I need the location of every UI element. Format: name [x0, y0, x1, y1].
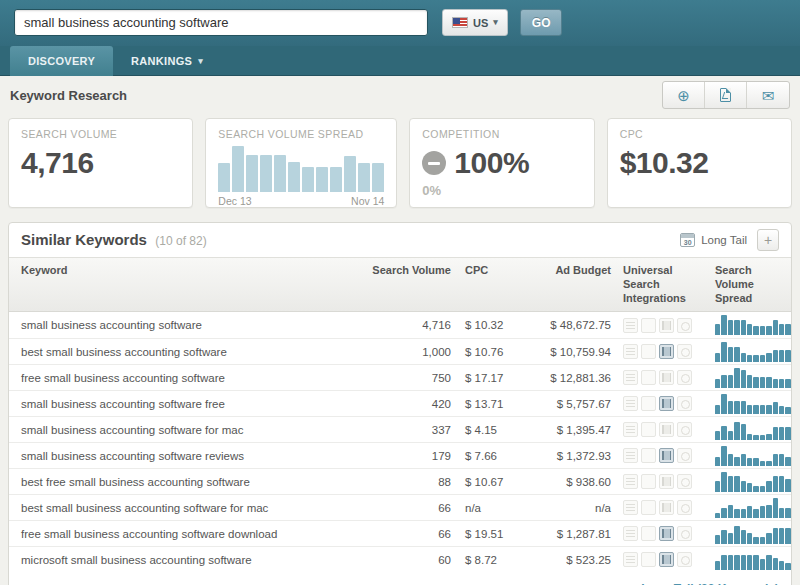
page-title: Keyword Research [10, 88, 127, 103]
keyword-cell[interactable]: microsoft small business accounting soft… [9, 554, 361, 566]
bar [288, 162, 300, 192]
spark-chart [715, 368, 791, 388]
search-volume-cell: 179 [361, 450, 451, 462]
bar [773, 454, 778, 466]
shopping-icon [677, 370, 692, 385]
bar [741, 481, 746, 492]
bar [766, 461, 771, 466]
bar [728, 375, 733, 388]
table-row[interactable]: best small business accounting software … [9, 338, 791, 364]
search-volume-cell: 66 [361, 502, 451, 514]
bar [734, 320, 739, 336]
spark-chart [715, 446, 791, 466]
table-row[interactable]: best small business accounting software … [9, 494, 791, 520]
bar [715, 405, 720, 413]
table-row[interactable]: best free small business accounting soft… [9, 468, 791, 494]
bar [741, 555, 746, 569]
keyword-cell[interactable]: best free small business accounting soft… [9, 476, 361, 488]
column-header-cpc[interactable]: CPC [451, 264, 525, 305]
bar [274, 155, 286, 192]
video-icon [659, 500, 674, 515]
tab-label: RANKINGS [131, 55, 192, 67]
bar [753, 458, 758, 466]
table-row[interactable]: free small business accounting software … [9, 520, 791, 546]
bar [734, 401, 739, 413]
spread-cell [707, 446, 791, 466]
pdf-icon [720, 88, 731, 102]
news-icon [623, 474, 638, 489]
bar [246, 155, 258, 192]
spread-cell [707, 550, 791, 570]
bar [741, 353, 746, 361]
add-keywords-button[interactable]: + [757, 229, 779, 251]
caret-down-icon: ▾ [493, 18, 498, 27]
bar [779, 324, 784, 336]
card-label: COMPETITION [422, 128, 581, 140]
bar [721, 394, 726, 414]
column-header-keyword[interactable]: Keyword [9, 264, 361, 305]
search-volume-cell: 60 [361, 554, 451, 566]
bar [773, 379, 778, 387]
bar [785, 457, 790, 466]
bar [741, 370, 746, 388]
keyword-search-input[interactable] [14, 9, 428, 36]
bar [747, 483, 752, 491]
keyword-cell[interactable]: small business accounting software [9, 319, 361, 331]
bar [728, 431, 733, 440]
email-button[interactable]: ✉ [747, 82, 789, 108]
bar [760, 435, 765, 440]
bar [721, 342, 726, 362]
column-header-search-volume[interactable]: Search Volume [361, 264, 451, 305]
bar [760, 377, 765, 388]
table-row[interactable]: small business accounting software for m… [9, 416, 791, 442]
table-row[interactable]: small business accounting software 4,716… [9, 312, 791, 338]
go-button[interactable]: GO [520, 9, 563, 36]
bar [766, 481, 771, 492]
search-volume-value: 4,716 [21, 146, 180, 180]
keyword-cell[interactable]: free small business accounting software … [9, 528, 361, 540]
bar [779, 561, 784, 569]
cpc-cell: $ 10.67 [451, 476, 525, 488]
news-icon [623, 370, 638, 385]
news-icon [623, 318, 638, 333]
keyword-cell[interactable]: best small business accounting software [9, 346, 361, 358]
images-icon [641, 552, 656, 567]
country-selector[interactable]: US ▾ [442, 9, 508, 36]
bar [721, 530, 726, 544]
tab-discovery[interactable]: DISCOVERY [10, 46, 113, 76]
shopping-icon [677, 344, 692, 359]
universal-search-cell [611, 552, 707, 567]
universal-search-cell [611, 396, 707, 411]
video-icon [659, 370, 674, 385]
card-label: CPC [620, 128, 779, 140]
export-pdf-button[interactable] [705, 82, 747, 108]
table-row[interactable]: microsoft small business accounting soft… [9, 546, 791, 572]
long-tail-toggle[interactable]: 30 Long Tail [680, 233, 747, 247]
bar [760, 461, 765, 466]
column-header-spread[interactable]: Search Volume Spread [707, 264, 791, 305]
bar [715, 513, 720, 518]
bar [760, 326, 765, 335]
cpc-cell: $ 13.71 [451, 398, 525, 410]
column-header-ad-budget[interactable]: Ad Budget [525, 264, 611, 305]
bar [715, 324, 720, 335]
keyword-cell[interactable]: small business accounting software revie… [9, 450, 361, 462]
column-header-universal-search[interactable]: Universal Search Integrations [611, 264, 707, 305]
bar [785, 528, 790, 544]
tab-rankings[interactable]: RANKINGS ▾ [113, 46, 221, 76]
add-button[interactable]: ⊕ [663, 82, 705, 108]
page-header: Keyword Research ⊕ ✉ [0, 76, 800, 114]
table-row[interactable]: free small business accounting software … [9, 364, 791, 390]
keyword-cell[interactable]: small business accounting software for m… [9, 424, 361, 436]
bar [747, 555, 752, 569]
keyword-cell[interactable]: free small business accounting software [9, 372, 361, 384]
keyword-cell[interactable]: best small business accounting software … [9, 502, 361, 514]
table-row[interactable]: small business accounting software free … [9, 390, 791, 416]
bar [728, 454, 733, 466]
images-icon [641, 370, 656, 385]
table-row[interactable]: small business accounting software revie… [9, 442, 791, 468]
keyword-cell[interactable]: small business accounting software free [9, 398, 361, 410]
bar [721, 315, 726, 335]
images-icon [641, 448, 656, 463]
bar [232, 146, 244, 192]
